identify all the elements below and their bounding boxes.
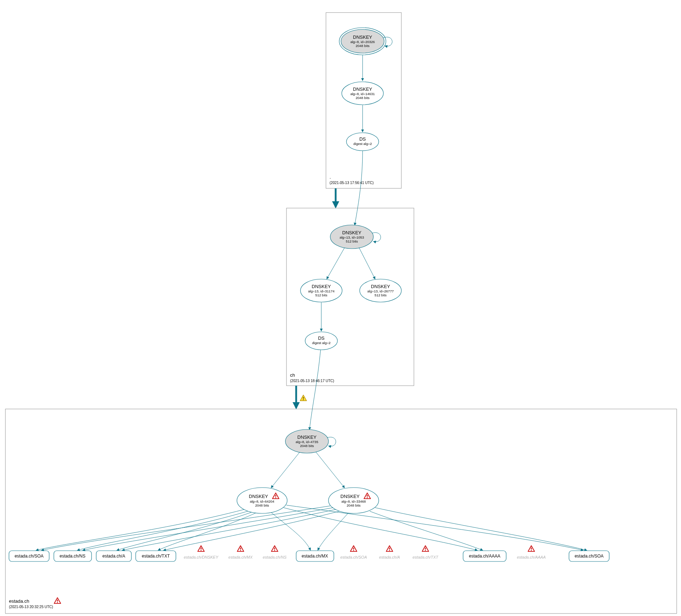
ch-zsk1-title: DNSKEY <box>312 284 331 289</box>
edge-z2-mx <box>318 513 348 550</box>
rr-ns[interactable]: estada.ch/NS <box>54 551 92 561</box>
rr-mx[interactable]: estada.ch/MX <box>296 551 334 561</box>
ghost-a: estada.ch/A <box>379 546 400 559</box>
svg-text:estada.ch/AAAA: estada.ch/AAAA <box>517 555 546 559</box>
edge-z2-soa2 <box>375 508 587 550</box>
e-zsk1-title: DNSKEY <box>249 494 268 499</box>
zone-time-root: (2021-05-13 17:56:41 UTC) <box>330 181 374 185</box>
svg-text:estada.ch/NS: estada.ch/NS <box>263 555 287 559</box>
svg-text:estada.ch/TXT: estada.ch/TXT <box>142 554 170 559</box>
svg-text:estada.ch/MX: estada.ch/MX <box>228 555 253 559</box>
svg-text:estada.ch/AAAA: estada.ch/AAAA <box>469 554 500 559</box>
root-zsk-l2: alg=8, id=14631 <box>350 92 375 96</box>
zone-time-ch: (2021-05-13 18:46:17 UTC) <box>290 379 334 383</box>
edge-z2-a <box>122 509 336 550</box>
e-ksk-l2: alg=8, id=4735 <box>296 440 318 444</box>
zone-time-estada: (2021-05-13 20:32:25 UTC) <box>9 605 53 609</box>
edge-eksk-ezsk2 <box>316 452 345 488</box>
root-ds-title: DS <box>359 136 366 142</box>
e-ksk-l3: 2048 bits <box>300 444 314 448</box>
edge-chds-eksk <box>309 350 321 430</box>
zone-label-estada: estada.ch <box>9 598 29 604</box>
edge-eksk-ezsk1 <box>271 452 300 488</box>
edge-z1-soa2 <box>286 505 583 550</box>
svg-text:estada.ch/SOA: estada.ch/SOA <box>575 554 604 559</box>
zone-label-ch: ch <box>290 372 295 378</box>
rr-aaaa[interactable]: estada.ch/AAAA <box>463 551 506 561</box>
rr-soa-1[interactable]: estada.ch/SOA <box>9 551 49 561</box>
root-ksk-title: DNSKEY <box>353 34 372 40</box>
ch-ds-l2: digest alg=2 <box>312 341 331 345</box>
e-zsk1-l2: alg=8, id=64204 <box>250 499 274 503</box>
ch-zsk1-l3: 512 bits <box>315 293 327 297</box>
svg-text:estada.ch/SOA: estada.ch/SOA <box>340 555 367 559</box>
e-zsk2-title: DNSKEY <box>340 494 360 499</box>
edge-z2-ns <box>83 508 333 550</box>
edge-z2-soa1 <box>41 506 330 550</box>
ch-zsk1-l2: alg=13, id=31174 <box>308 289 334 293</box>
svg-text:estada.ch/TXT: estada.ch/TXT <box>412 555 439 559</box>
ghost-dnskey: estada.ch/DNSKEY <box>184 546 219 559</box>
e-zsk1-l3: 2048 bits <box>255 503 269 507</box>
ghost-aaaa: estada.ch/AAAA <box>517 546 546 559</box>
ch-ksk-l2: alg=13, id=1053 <box>340 235 364 239</box>
svg-text:estada.ch/MX: estada.ch/MX <box>302 554 328 559</box>
rr-a[interactable]: estada.ch/A <box>96 551 131 561</box>
e-zsk2-l2: alg=8, id=33468 <box>341 499 366 503</box>
e-zsk2-l3: 2048 bits <box>347 503 361 507</box>
svg-text:estada.ch/DNSKEY: estada.ch/DNSKEY <box>184 555 219 559</box>
dnssec-graph: . (2021-05-13 17:56:41 UTC) DNSKEY alg=8… <box>0 0 681 616</box>
zone-warning-icon <box>54 598 61 603</box>
root-ksk-l2: alg=8, id=20326 <box>350 40 375 44</box>
ch-zsk2-l3: 512 bits <box>374 293 387 297</box>
root-ds-l2: digest alg=2 <box>353 142 372 146</box>
edge-z1-a <box>117 512 251 550</box>
svg-text:estada.ch/NS: estada.ch/NS <box>60 554 85 559</box>
svg-text:estada.ch/A: estada.ch/A <box>379 555 400 559</box>
edge-rootds-chksk <box>355 151 363 225</box>
rr-txt[interactable]: estada.ch/TXT <box>136 551 176 561</box>
ch-ksk-title: DNSKEY <box>342 230 362 235</box>
edge-chksk-chzsk1 <box>327 248 345 279</box>
ch-zsk2-l2: alg=13, id=26777 <box>367 289 393 293</box>
delegation-warning-icon <box>300 395 307 401</box>
e-ksk-title: DNSKEY <box>297 434 317 440</box>
ch-ds-title: DS <box>318 335 325 341</box>
root-ksk-l3: 2048 bits <box>356 44 370 48</box>
ghost-ns: estada.ch/NS <box>263 546 287 559</box>
edge-z1-txt <box>158 513 256 550</box>
ch-ksk-l3: 512 bits <box>346 239 358 243</box>
ghost-txt: estada.ch/TXT <box>412 546 439 559</box>
rr-soa-2[interactable]: estada.ch/SOA <box>569 551 609 561</box>
ghost-mx: estada.ch/MX <box>228 546 253 559</box>
edge-chksk-chzsk2 <box>359 248 375 279</box>
svg-text:estada.ch/SOA: estada.ch/SOA <box>15 554 44 559</box>
root-ksk-selfloop <box>383 37 392 46</box>
ghost-soa: estada.ch/SOA <box>340 546 367 559</box>
zone-label-root: . <box>330 174 331 180</box>
root-zsk-l3: 2048 bits <box>356 96 370 100</box>
edge-z1-mx <box>271 512 311 550</box>
root-zsk-title: DNSKEY <box>353 86 372 92</box>
ch-zsk2-title: DNSKEY <box>371 284 390 289</box>
svg-text:estada.ch/A: estada.ch/A <box>102 554 125 559</box>
